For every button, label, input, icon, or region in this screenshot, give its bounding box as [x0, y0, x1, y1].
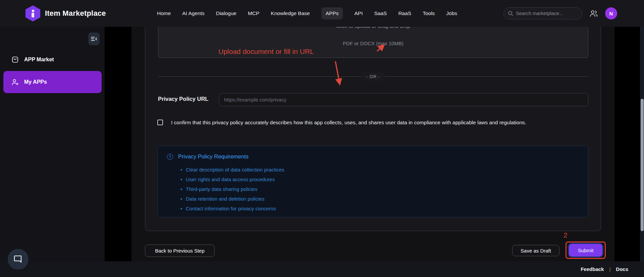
- collapse-icon: [91, 37, 97, 41]
- requirement-item: Contact information for privacy concerns: [186, 204, 284, 213]
- scrollbar-track: [640, 27, 644, 261]
- app-window: Item Marketplace Home AI Agents Dialogue…: [0, 0, 644, 277]
- annotation-highlight-box: Submit: [566, 241, 606, 259]
- nav-item-ai-agents[interactable]: AI Agents: [182, 10, 204, 16]
- save-draft-button[interactable]: Save as Draft: [512, 245, 559, 256]
- search-icon: [508, 11, 513, 16]
- sidebar-item-label: My APPs: [24, 79, 47, 85]
- top-navbar: Item Marketplace Home AI Agents Dialogue…: [0, 0, 644, 27]
- logo-icon: [25, 5, 40, 21]
- annotation-upload-note: Upload document or fill in URL: [218, 48, 314, 56]
- sidebar-collapse-button[interactable]: [88, 32, 100, 45]
- privacy-requirements-title: Privacy Policy Requirements: [178, 153, 249, 160]
- upload-hint-text: Click to upload or drag and drop: [158, 27, 588, 30]
- sidebar: APP Market My APPs: [0, 27, 105, 261]
- privacy-requirements-box: ! Privacy Policy Requirements Clear desc…: [157, 146, 588, 217]
- requirement-item: Clear description of data collection pra…: [186, 165, 284, 175]
- privacy-requirements-list: Clear description of data collection pra…: [186, 165, 284, 213]
- footer: Feedback | Docs: [0, 261, 644, 277]
- nav-item-api[interactable]: API: [354, 10, 363, 16]
- main-content: Click to upload or drag and drop PDF or …: [131, 27, 614, 261]
- back-button[interactable]: Back to Previous Step: [145, 245, 215, 257]
- sidebar-item-my-apps[interactable]: My APPs: [3, 71, 102, 93]
- nav-item-dialogue[interactable]: Dialogue: [216, 10, 236, 16]
- user-icon: [11, 78, 19, 86]
- requirement-item: Third-party data sharing policies: [186, 184, 284, 194]
- footer-separator: |: [609, 266, 610, 272]
- search-box[interactable]: [503, 7, 582, 19]
- nav-item-apps[interactable]: APPs: [321, 7, 343, 19]
- docs-link[interactable]: Docs: [616, 266, 628, 272]
- nav-item-tools[interactable]: Tools: [423, 10, 435, 16]
- users-icon[interactable]: [590, 10, 598, 17]
- privacy-url-input[interactable]: [219, 93, 588, 106]
- requirement-item: User rights and data access procedures: [186, 175, 284, 184]
- nav-item-saas[interactable]: SaaS: [374, 10, 387, 16]
- nav-item-knowledge-base[interactable]: Knowledge Base: [271, 10, 310, 16]
- confirm-text: I confirm that this privacy policy accur…: [171, 119, 526, 126]
- chat-icon: [13, 255, 23, 264]
- nav-item-mcp[interactable]: MCP: [248, 10, 259, 16]
- nav-links: Home AI Agents Dialogue MCP Knowledge Ba…: [157, 0, 457, 27]
- brand-title: Item Marketplace: [45, 9, 106, 18]
- info-icon: !: [167, 154, 173, 160]
- nav-item-jobs[interactable]: Jobs: [446, 10, 457, 16]
- confirm-checkbox[interactable]: [157, 120, 163, 125]
- or-divider-label: - OR -: [362, 72, 384, 81]
- submit-button[interactable]: Submit: [569, 244, 602, 257]
- form-card: Click to upload or drag and drop PDF or …: [145, 27, 601, 231]
- annotation-step-number: 2: [564, 231, 568, 239]
- privacy-requirements-header: ! Privacy Policy Requirements: [167, 153, 249, 160]
- feedback-link[interactable]: Feedback: [581, 266, 604, 272]
- confirm-row: I confirm that this privacy policy accur…: [157, 119, 590, 126]
- privacy-url-label: Privacy Policy URL: [158, 96, 208, 102]
- nav-right-group: N: [503, 0, 644, 27]
- user-avatar[interactable]: N: [605, 7, 617, 19]
- or-divider: - OR -: [158, 76, 588, 77]
- shopping-bag-icon: [11, 56, 19, 63]
- scrollbar-thumb[interactable]: [641, 99, 644, 231]
- search-input[interactable]: [516, 11, 573, 16]
- nav-item-home[interactable]: Home: [157, 10, 171, 16]
- nav-item-raas[interactable]: RaaS: [398, 10, 411, 16]
- brand[interactable]: Item Marketplace: [25, 0, 106, 27]
- sidebar-item-app-market[interactable]: APP Market: [3, 52, 102, 67]
- sidebar-item-label: APP Market: [24, 57, 54, 63]
- requirement-item: Data retention and deletion policies: [186, 194, 284, 204]
- upload-formats-text: PDF or DOCX (max 10MB): [158, 41, 588, 46]
- chat-fab-button[interactable]: [8, 249, 29, 270]
